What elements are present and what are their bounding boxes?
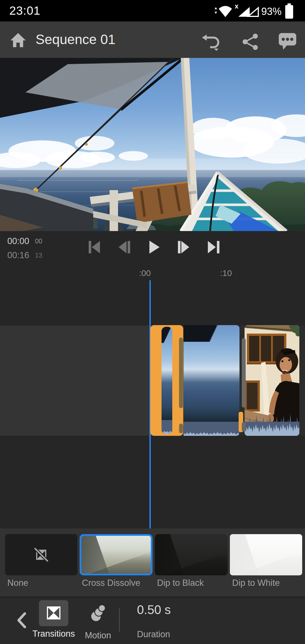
premiere-rush-app: 23:01 x 93% Sequence 01: [0, 0, 305, 644]
transition-trim-handle-dot[interactable]: [179, 424, 183, 433]
skip-to-end-button[interactable]: [207, 241, 220, 254]
current-timecode: 00:00: [7, 236, 29, 246]
no-transition-icon: [34, 547, 49, 562]
transition-label-none: None: [7, 578, 28, 588]
skip-to-start-button[interactable]: [88, 241, 101, 254]
tab-transitions[interactable]: [39, 600, 68, 626]
timeline-track-empty[interactable]: [0, 326, 150, 436]
sequence-title: Sequence 01: [36, 32, 116, 47]
transition-option-cross-dissolve[interactable]: [80, 534, 152, 575]
preview-frame-boat-scene: [0, 58, 305, 231]
duration-label: Duration: [137, 629, 182, 639]
transition-label-dip-to-black: Dip to Black: [157, 578, 204, 588]
transition-label-cross-dissolve: Cross Dissolve: [82, 578, 140, 588]
toolbar-divider: [119, 608, 120, 632]
play-button[interactable]: [147, 241, 161, 254]
status-bar: 23:01 x 93%: [0, 0, 305, 21]
video-preview[interactable]: [0, 58, 305, 231]
transition-trim-handle[interactable]: [179, 338, 183, 408]
timeline-clip-woman[interactable]: [245, 325, 299, 436]
status-clock: 23:01: [9, 4, 40, 18]
transition-option-none[interactable]: [5, 534, 77, 575]
current-frames: 00: [35, 238, 42, 245]
ruler-tick-00: :00: [134, 268, 156, 278]
feedback-icon[interactable]: [278, 33, 297, 51]
battery-icon: [285, 3, 294, 19]
undo-icon[interactable]: [201, 33, 220, 51]
battery-percent: 93%: [261, 6, 282, 18]
tab-transitions-label[interactable]: Transitions: [31, 629, 76, 639]
dip-white-overlay: [230, 534, 302, 575]
share-icon[interactable]: [242, 33, 259, 50]
total-timecode: 00:16: [7, 250, 29, 260]
audio-waveform: [245, 409, 299, 436]
transition-option-dip-to-white[interactable]: [230, 534, 302, 575]
duration-value[interactable]: 0.50 s: [137, 603, 171, 617]
step-forward-button[interactable]: [177, 241, 190, 254]
clip-trim-handle[interactable]: [242, 338, 246, 408]
selected-transition-cross-dissolve[interactable]: [150, 325, 183, 436]
motion-icon[interactable]: [89, 603, 107, 621]
app-header: Sequence 01: [0, 21, 305, 58]
step-back-button[interactable]: [117, 241, 131, 254]
total-frames: 13: [35, 252, 42, 259]
transition-preview-image: [81, 536, 151, 574]
transitions-icon: [47, 606, 60, 619]
clip-trim-handle-dot[interactable]: [242, 422, 246, 432]
timeline-clip-boat[interactable]: [184, 325, 239, 436]
ruler-tick-10: :10: [215, 268, 237, 278]
transition-label-dip-to-white: Dip to White: [232, 578, 280, 588]
dip-black-overlay: [155, 534, 228, 575]
back-chevron-button[interactable]: [16, 612, 28, 628]
audio-waveform: [162, 417, 172, 434]
wifi-icon: [213, 5, 236, 18]
signal-icon-secondary: [246, 6, 260, 18]
tab-motion-label[interactable]: Motion: [79, 630, 117, 641]
home-icon[interactable]: [10, 32, 26, 48]
transition-clip-window: [162, 327, 172, 434]
transition-option-dip-to-black[interactable]: [155, 534, 228, 575]
audio-waveform: [184, 419, 239, 436]
